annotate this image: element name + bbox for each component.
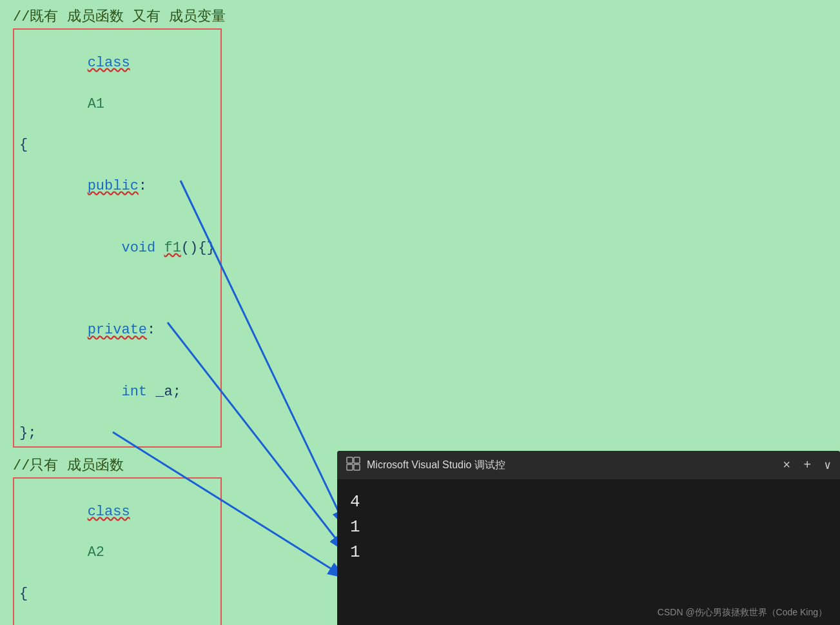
class-a2-box: class A2 { public: void f2(){} }; [13,477,222,625]
svg-rect-7 [354,464,360,470]
terminal-plus-button[interactable]: + [803,458,811,473]
class-a2-name: A2 [88,544,104,561]
terminal-close-button[interactable]: × [783,458,790,473]
terminal-panel: Microsoft Visual Studio 调试控 × + ∨ 4 1 1 … [337,451,840,625]
class-a1-public: public: [19,155,215,217]
class-a1-private: private: [19,300,215,362]
class-a1-blank [19,279,215,300]
svg-rect-5 [354,457,360,463]
class-a1-open: { [19,135,215,155]
terminal-output-4: 4 [350,490,827,515]
terminal-output-1b: 1 [350,540,827,565]
class-keyword-a1: class [88,55,130,71]
class-a1-box: class A1 { public: void f1(){} private: … [13,28,222,448]
class-a1-f1: void f1(){} [19,217,215,279]
terminal-titlebar: Microsoft Visual Studio 调试控 × + ∨ [337,451,840,479]
class-a1-member: int _a; [19,361,215,423]
class-a2-open: { [19,584,215,604]
terminal-output-1a: 1 [350,515,827,540]
terminal-icon [346,457,360,474]
class-a2-public: public: [19,604,215,625]
class-a1-name: A1 [88,96,104,112]
class-a1-header: class A1 [19,32,215,135]
csdn-watermark: CSDN @伤心男孩拯救世界（Code King） [658,607,827,619]
terminal-body: 4 1 1 [337,479,840,575]
svg-rect-4 [347,457,353,463]
class-a2-header: class A2 [19,481,215,584]
terminal-title: Microsoft Visual Studio 调试控 [367,459,776,472]
terminal-chevron-button[interactable]: ∨ [824,458,831,472]
comment-1: //既有 成员函数 又有 成员变量 [13,6,827,26]
main-area: //既有 成员函数 又有 成员变量 class A1 { public: voi… [0,0,840,625]
class-a1-close: }; [19,423,215,444]
svg-rect-6 [347,464,353,470]
